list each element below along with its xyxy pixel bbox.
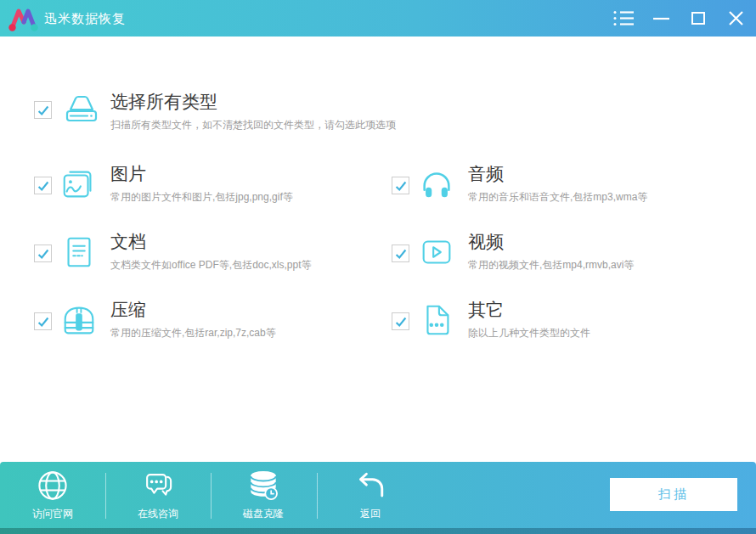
file-type-description: 常用的音乐和语音文件,包括mp3,wma等: [468, 190, 647, 205]
file-type-row-other: 其它 除以上几种文件类型的文件: [392, 301, 748, 350]
checkbox-other[interactable]: [392, 312, 409, 330]
file-type-title[interactable]: 音频: [468, 163, 504, 185]
toolbar-item-website[interactable]: 访问官网: [6, 467, 99, 523]
app-title: 迅米数据恢复: [44, 0, 126, 37]
file-type-title[interactable]: 其它: [468, 299, 504, 321]
play-icon: [417, 233, 456, 273]
headphones-icon: [417, 165, 456, 205]
zip-archive-icon: [59, 301, 99, 341]
footer-divider: [105, 473, 106, 519]
app-logo: [7, 4, 39, 33]
toolbar-item-back[interactable]: 返回: [324, 467, 417, 523]
select-all-title[interactable]: 选择所有类型: [110, 91, 217, 113]
close-icon[interactable]: [717, 0, 754, 37]
checkbox-video[interactable]: [392, 245, 409, 262]
file-type-row-audio: 音频 常用的音乐和语音文件,包括mp3,wma等: [392, 165, 748, 214]
toolbar-item-disk-clone[interactable]: 磁盘克隆: [217, 467, 310, 523]
file-type-title[interactable]: 压缩: [110, 299, 146, 321]
maximize-icon[interactable]: [680, 0, 717, 37]
scan-button[interactable]: 扫描: [610, 478, 737, 511]
file-type-description: 除以上几种文件类型的文件: [468, 326, 590, 340]
file-type-row-archive: 压缩 常用的压缩文件,包括rar,zip,7z,cab等: [34, 301, 391, 350]
window-bottom-shadow: [0, 528, 756, 534]
globe-icon: [34, 467, 71, 504]
file-type-title[interactable]: 视频: [468, 231, 504, 253]
file-other-icon: [417, 301, 456, 341]
disk-stack-clock-icon: [245, 467, 282, 504]
back-arrow-icon: [352, 467, 389, 504]
toolbar-item-label: 在线咨询: [138, 507, 178, 521]
minimize-icon[interactable]: [642, 0, 680, 37]
toolbar-item-online-support[interactable]: 在线咨询: [111, 467, 205, 523]
checkbox-documents[interactable]: [34, 245, 52, 262]
file-type-title[interactable]: 图片: [110, 163, 146, 185]
select-all-row: 选择所有类型 扫描所有类型文件，如不清楚找回的文件类型，请勾选此项选项: [34, 89, 544, 138]
drive-icon: [61, 87, 102, 130]
checkbox-archive[interactable]: [34, 312, 52, 330]
document-icon: [59, 233, 99, 273]
checkbox-select-all[interactable]: [34, 101, 52, 119]
file-type-row-images: 图片 常用的图片文件和图片,包括jpg,png,gif等: [34, 165, 391, 214]
file-type-description: 常用的压缩文件,包括rar,zip,7z,cab等: [110, 326, 276, 340]
checkbox-audio[interactable]: [392, 177, 409, 194]
file-type-row-documents: 文档 文档类文件如office PDF等,包括doc,xls,ppt等: [34, 233, 391, 282]
toolbar-item-label: 返回: [360, 507, 381, 521]
checkbox-images[interactable]: [34, 177, 52, 194]
select-all-description: 扫描所有类型文件，如不清楚找回的文件类型，请勾选此项选项: [110, 118, 396, 132]
toolbar-item-label: 磁盘克隆: [243, 507, 284, 521]
toolbar-item-label: 访问官网: [32, 507, 73, 521]
menu-list-icon[interactable]: [605, 0, 642, 37]
footer-divider: [317, 473, 318, 519]
file-type-title[interactable]: 文档: [110, 231, 146, 253]
file-type-description: 常用的图片文件和图片,包括jpg,png,gif等: [110, 190, 293, 205]
file-type-description: 文档类文件如office PDF等,包括doc,xls,ppt等: [110, 258, 312, 273]
footer-divider: [211, 473, 212, 519]
titlebar: 迅米数据恢复: [0, 0, 756, 37]
chat-bubbles-icon: [139, 467, 177, 504]
file-type-description: 常用的视频文件,包括mp4,rmvb,avi等: [468, 258, 634, 273]
photos-icon: [59, 165, 99, 205]
window-controls: [605, 0, 754, 37]
file-type-row-video: 视频 常用的视频文件,包括mp4,rmvb,avi等: [392, 233, 748, 282]
